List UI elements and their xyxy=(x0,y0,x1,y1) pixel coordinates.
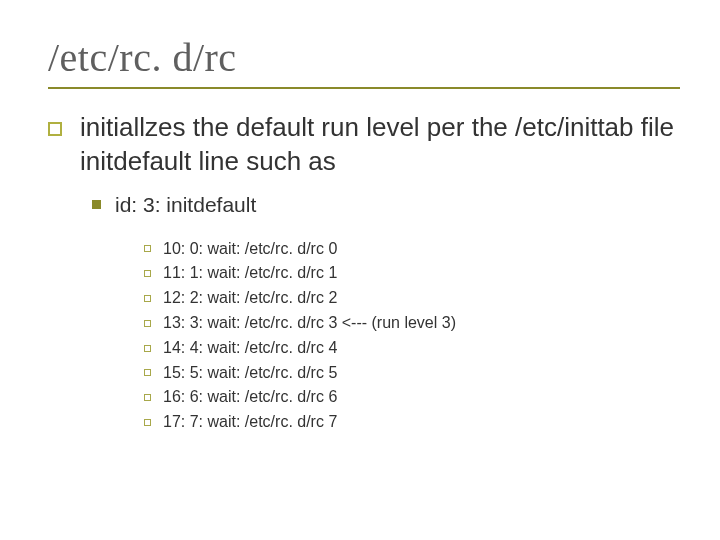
mini-square-bullet-icon xyxy=(144,345,151,352)
mini-square-bullet-icon xyxy=(144,369,151,376)
list-item: 15: 5: wait: /etc/rc. d/rc 5 xyxy=(144,361,680,386)
mini-square-bullet-icon xyxy=(144,295,151,302)
line-text: 15: 5: wait: /etc/rc. d/rc 5 xyxy=(163,361,337,386)
mini-square-bullet-icon xyxy=(144,320,151,327)
list-item: 10: 0: wait: /etc/rc. d/rc 0 xyxy=(144,237,680,262)
line-text: 14: 4: wait: /etc/rc. d/rc 4 xyxy=(163,336,337,361)
title-underline xyxy=(48,87,680,89)
list-item: 12: 2: wait: /etc/rc. d/rc 2 xyxy=(144,286,680,311)
line-text: 12: 2: wait: /etc/rc. d/rc 2 xyxy=(163,286,337,311)
mini-square-bullet-icon xyxy=(144,394,151,401)
list-item: 17: 7: wait: /etc/rc. d/rc 7 xyxy=(144,410,680,435)
slide: /etc/rc. d/rc initiallzes the default ru… xyxy=(0,0,720,435)
mini-square-bullet-icon xyxy=(144,245,151,252)
bullet-level2: id: 3: initdefault xyxy=(92,193,680,217)
solid-square-bullet-icon xyxy=(92,200,101,209)
line-text: 16: 6: wait: /etc/rc. d/rc 6 xyxy=(163,385,337,410)
mini-square-bullet-icon xyxy=(144,270,151,277)
line-text: 11: 1: wait: /etc/rc. d/rc 1 xyxy=(163,261,337,286)
bullet-level1: initiallzes the default run level per th… xyxy=(48,111,680,179)
open-square-bullet-icon xyxy=(48,122,62,136)
list-item: 14: 4: wait: /etc/rc. d/rc 4 xyxy=(144,336,680,361)
line-text: 13: 3: wait: /etc/rc. d/rc 3 <--- (run l… xyxy=(163,311,456,336)
level2-text: id: 3: initdefault xyxy=(115,193,256,217)
list-item: 16: 6: wait: /etc/rc. d/rc 6 xyxy=(144,385,680,410)
line-text: 17: 7: wait: /etc/rc. d/rc 7 xyxy=(163,410,337,435)
slide-title: /etc/rc. d/rc xyxy=(48,34,680,81)
level3-list: 10: 0: wait: /etc/rc. d/rc 0 11: 1: wait… xyxy=(144,237,680,435)
level1-text: initiallzes the default run level per th… xyxy=(80,111,680,179)
list-item: 13: 3: wait: /etc/rc. d/rc 3 <--- (run l… xyxy=(144,311,680,336)
line-text: 10: 0: wait: /etc/rc. d/rc 0 xyxy=(163,237,337,262)
mini-square-bullet-icon xyxy=(144,419,151,426)
list-item: 11: 1: wait: /etc/rc. d/rc 1 xyxy=(144,261,680,286)
